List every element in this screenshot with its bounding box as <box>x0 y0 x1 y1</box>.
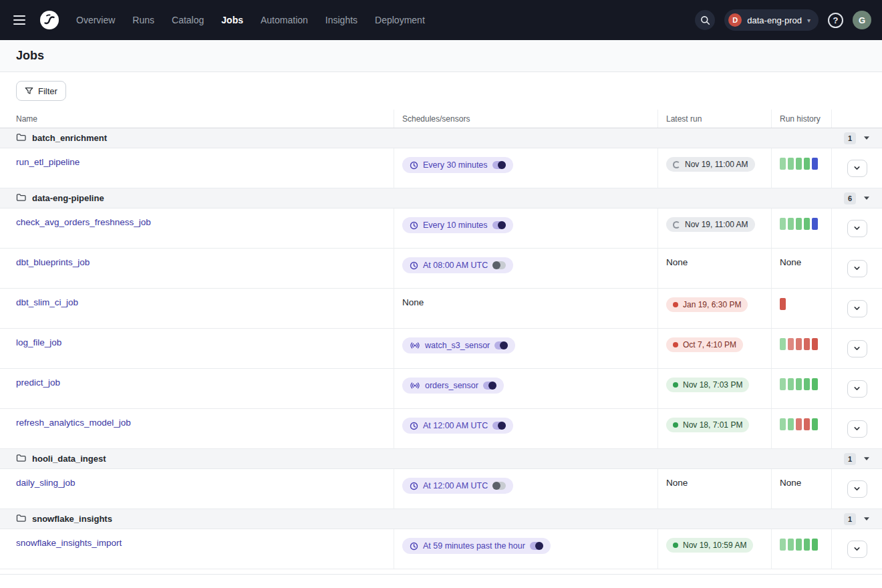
nav-item-automation[interactable]: Automation <box>261 15 308 25</box>
run-history-bar[interactable] <box>812 418 818 430</box>
hamburger-menu-icon[interactable] <box>11 9 32 31</box>
run-history-bar[interactable] <box>796 338 802 350</box>
run-history-bar[interactable] <box>780 298 786 310</box>
run-history-bar[interactable] <box>812 338 818 350</box>
automation-toggle[interactable] <box>492 261 506 269</box>
run-history-bar[interactable] <box>804 418 810 430</box>
run-history-bar[interactable] <box>788 418 794 430</box>
automation-toggle[interactable] <box>492 422 506 430</box>
run-history-bar[interactable] <box>780 378 786 390</box>
nav-item-catalog[interactable]: Catalog <box>172 15 204 25</box>
expand-row-button[interactable] <box>847 420 867 438</box>
run-history-bar[interactable] <box>780 418 786 430</box>
chevron-down-icon <box>853 545 861 553</box>
expand-row-button[interactable] <box>847 541 867 558</box>
schedule-pill[interactable]: At 12:00 AM UTC <box>402 418 513 434</box>
latest-run-pill[interactable]: Nov 19, 10:59 AM <box>666 538 753 553</box>
run-history-bar[interactable] <box>812 158 818 170</box>
job-name-link[interactable]: dbt_blueprints_job <box>16 257 386 267</box>
schedule-pill[interactable]: At 08:00 AM UTC <box>402 257 513 273</box>
sensor-pill[interactable]: watch_s3_sensor <box>402 337 515 353</box>
expand-row-button[interactable] <box>847 340 867 357</box>
automation-toggle[interactable] <box>483 382 496 390</box>
folder-icon <box>16 132 26 144</box>
run-history-bar[interactable] <box>796 158 802 170</box>
latest-run-pill[interactable]: Oct 7, 4:10 PM <box>666 337 743 352</box>
run-history-bar[interactable] <box>780 218 786 230</box>
schedule-pill[interactable]: Every 10 minutes <box>402 217 513 233</box>
run-history-bar[interactable] <box>788 158 794 170</box>
automation-toggle[interactable] <box>530 542 543 550</box>
run-history-bar[interactable] <box>780 158 786 170</box>
run-history-bar[interactable] <box>804 158 810 170</box>
latest-run-pill[interactable]: Jan 19, 6:30 PM <box>666 297 748 312</box>
run-history-bar[interactable] <box>804 378 810 390</box>
group-collapse-caret[interactable] <box>863 196 870 200</box>
expand-row-button[interactable] <box>847 220 867 237</box>
job-name-link[interactable]: log_file_job <box>16 337 386 347</box>
job-name-link[interactable]: check_avg_orders_freshness_job <box>16 217 386 227</box>
automation-label: orders_sensor <box>425 381 478 390</box>
expand-row-button[interactable] <box>847 480 867 498</box>
nav-item-jobs[interactable]: Jobs <box>221 15 243 25</box>
run-history-bar[interactable] <box>780 539 786 551</box>
group-collapse-caret[interactable] <box>863 517 870 521</box>
automation-toggle[interactable] <box>494 341 508 349</box>
expand-row-button[interactable] <box>847 160 867 177</box>
run-history-bar[interactable] <box>796 378 802 390</box>
latest-run-pill[interactable]: Nov 19, 11:00 AM <box>666 217 755 232</box>
run-history-bar[interactable] <box>812 539 818 551</box>
group-collapse-caret[interactable] <box>863 456 870 461</box>
job-name-link[interactable]: run_etl_pipeline <box>16 157 386 167</box>
group-row: snowflake_insights1 <box>0 509 882 529</box>
run-history-bar[interactable] <box>780 338 786 350</box>
nav-item-deployment[interactable]: Deployment <box>375 15 425 25</box>
run-history-bar[interactable] <box>788 539 794 551</box>
deployment-switcher[interactable]: D data-eng-prod ▾ <box>724 9 819 31</box>
run-history-bar[interactable] <box>788 378 794 390</box>
deployment-initial-badge: D <box>728 13 742 27</box>
expand-row-button[interactable] <box>847 260 867 277</box>
dagster-logo-icon[interactable] <box>39 9 60 31</box>
run-history-bar[interactable] <box>796 539 802 551</box>
latest-run-cell: None <box>658 469 772 508</box>
schedule-pill[interactable]: At 59 minutes past the hour <box>402 538 551 554</box>
run-history-bar[interactable] <box>788 218 794 230</box>
search-button[interactable] <box>695 10 715 30</box>
run-history-bar[interactable] <box>812 218 818 230</box>
run-history-bar[interactable] <box>804 539 810 551</box>
job-name-link[interactable]: predict_job <box>16 378 386 388</box>
user-avatar[interactable]: G <box>853 11 871 29</box>
latest-run-pill[interactable]: Nov 18, 7:03 PM <box>666 378 749 392</box>
filter-button[interactable]: Filter <box>16 81 66 101</box>
automation-toggle[interactable] <box>492 221 506 229</box>
run-history-bar[interactable] <box>796 418 802 430</box>
latest-run-time: Nov 19, 10:59 AM <box>683 541 746 550</box>
latest-run-cell: Oct 7, 4:10 PM <box>658 329 772 368</box>
run-history-bar[interactable] <box>812 378 818 390</box>
automation-toggle[interactable] <box>492 482 506 490</box>
run-history-bar[interactable] <box>788 338 794 350</box>
run-history-bar[interactable] <box>804 338 810 350</box>
caret-down-icon <box>863 517 870 521</box>
job-name-link[interactable]: snowflake_insights_import <box>16 538 386 548</box>
automation-toggle[interactable] <box>492 161 506 169</box>
expand-row-button[interactable] <box>847 300 867 317</box>
sensor-pill[interactable]: orders_sensor <box>402 378 504 394</box>
group-collapse-caret[interactable] <box>863 136 870 140</box>
nav-item-insights[interactable]: Insights <box>325 15 357 25</box>
job-name-link[interactable]: dbt_slim_ci_job <box>16 297 386 307</box>
latest-run-pill[interactable]: Nov 19, 11:00 AM <box>666 157 755 172</box>
expand-row-button[interactable] <box>847 380 867 398</box>
job-name-link[interactable]: daily_sling_job <box>16 478 386 488</box>
run-status-dot-icon <box>673 342 678 347</box>
run-history-bar[interactable] <box>804 218 810 230</box>
nav-item-runs[interactable]: Runs <box>132 15 154 25</box>
schedule-pill[interactable]: At 12:00 AM UTC <box>402 478 513 494</box>
job-name-link[interactable]: refresh_analytics_model_job <box>16 418 386 428</box>
nav-item-overview[interactable]: Overview <box>76 15 115 25</box>
help-button[interactable]: ? <box>828 13 843 28</box>
schedule-pill[interactable]: Every 30 minutes <box>402 157 513 173</box>
run-history-bar[interactable] <box>796 218 802 230</box>
latest-run-pill[interactable]: Nov 18, 7:01 PM <box>666 418 749 432</box>
